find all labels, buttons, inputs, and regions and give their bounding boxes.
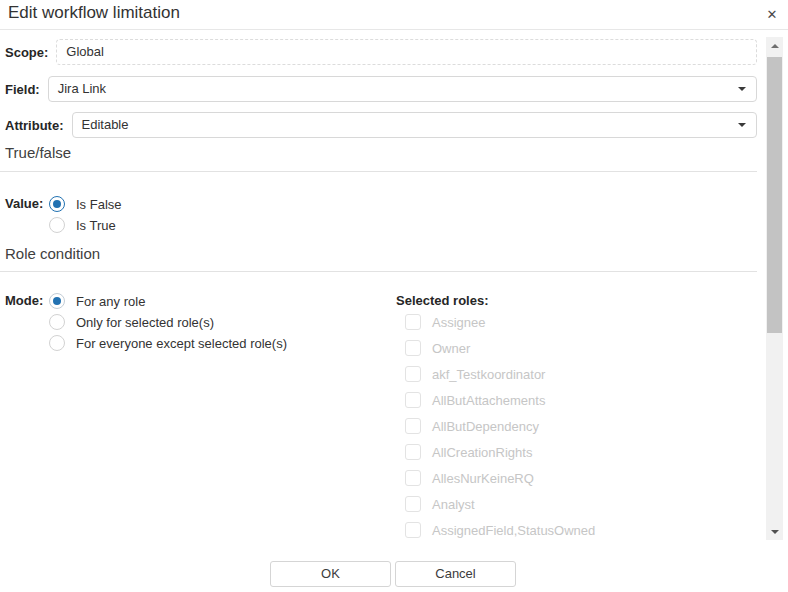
radio-icon[interactable] — [49, 293, 65, 309]
radio-option-only-selected-roles[interactable]: Only for selected role(s) — [49, 312, 287, 332]
role-item: Analyst — [405, 491, 595, 517]
field-value: Jira Link — [58, 81, 106, 96]
radio-option-label: For any role — [76, 294, 145, 309]
scroll-down-icon[interactable] — [766, 523, 783, 540]
role-item: Assignee — [405, 309, 595, 335]
role-item: akf_Testkoordinator — [405, 361, 595, 387]
role-item: AllButDependency — [405, 413, 595, 439]
role-label: AllesNurKeineRQ — [432, 471, 534, 486]
section-divider — [0, 171, 757, 172]
cancel-button[interactable]: Cancel — [395, 561, 516, 587]
header-divider — [0, 29, 788, 30]
role-checkbox[interactable] — [405, 340, 421, 356]
close-icon[interactable]: ✕ — [762, 5, 782, 25]
selected-roles-label: Selected roles: — [396, 293, 489, 308]
chevron-down-icon — [738, 123, 746, 127]
radio-icon[interactable] — [49, 196, 65, 212]
attribute-dropdown[interactable]: Editable — [72, 112, 758, 138]
scrollbar-thumb[interactable] — [767, 57, 782, 333]
role-item: AllCreationRights — [405, 439, 595, 465]
attribute-label: Attribute: — [5, 118, 64, 133]
radio-option-everyone-except-selected[interactable]: For everyone except selected role(s) — [49, 333, 287, 353]
role-label: akf_Testkoordinator — [432, 367, 545, 382]
role-checkbox[interactable] — [405, 418, 421, 434]
role-item: AllesNurKeineRQ — [405, 465, 595, 491]
edit-workflow-limitation-dialog: Edit workflow limitation ✕ Scope: Global… — [0, 0, 788, 592]
radio-icon[interactable] — [49, 335, 65, 351]
role-item: Owner — [405, 335, 595, 361]
role-label: AllButDependency — [432, 419, 539, 434]
field-dropdown[interactable]: Jira Link — [48, 76, 757, 102]
radio-option-for-any-role[interactable]: For any role — [49, 291, 287, 311]
truefalse-section-heading: True/false — [5, 144, 71, 161]
selected-roles-list: Assignee Owner akf_Testkoordinator AllBu… — [405, 309, 595, 543]
radio-option-label: Only for selected role(s) — [76, 315, 214, 330]
attribute-value: Editable — [82, 117, 129, 132]
role-label: Owner — [432, 341, 470, 356]
mode-radio-group: For any role Only for selected role(s) F… — [49, 291, 287, 354]
radio-option-label: Is False — [76, 197, 122, 212]
section-divider — [0, 271, 757, 272]
role-label: AllCreationRights — [432, 445, 532, 460]
radio-option-label: Is True — [76, 218, 116, 233]
radio-option-is-false[interactable]: Is False — [49, 194, 122, 214]
vertical-scrollbar[interactable] — [766, 37, 783, 540]
value-radio-group: Is False Is True — [49, 194, 122, 236]
role-item: AssignedField,StatusOwned — [405, 517, 595, 543]
role-label: Analyst — [432, 497, 475, 512]
field-row: Field: Jira Link — [5, 76, 757, 102]
role-checkbox[interactable] — [405, 496, 421, 512]
role-checkbox[interactable] — [405, 392, 421, 408]
role-label: AllButAttachements — [432, 393, 545, 408]
page-title: Edit workflow limitation — [8, 3, 180, 23]
role-item: AllButAttachements — [405, 387, 595, 413]
role-checkbox[interactable] — [405, 522, 421, 538]
radio-option-label: For everyone except selected role(s) — [76, 336, 287, 351]
role-section-heading: Role condition — [5, 245, 100, 262]
radio-icon[interactable] — [49, 217, 65, 233]
ok-button[interactable]: OK — [270, 561, 391, 587]
radio-icon[interactable] — [49, 314, 65, 330]
role-checkbox[interactable] — [405, 366, 421, 382]
scope-value: Global — [66, 44, 104, 59]
scope-field: Global — [56, 39, 757, 65]
role-checkbox[interactable] — [405, 470, 421, 486]
field-label: Field: — [5, 82, 40, 97]
role-checkbox[interactable] — [405, 444, 421, 460]
scope-label: Scope: — [5, 45, 48, 60]
chevron-down-icon — [738, 87, 746, 91]
attribute-row: Attribute: Editable — [5, 112, 757, 138]
mode-label: Mode: — [5, 293, 43, 308]
role-label: AssignedField,StatusOwned — [432, 523, 595, 538]
value-label: Value: — [5, 196, 43, 211]
scroll-up-icon[interactable] — [766, 37, 783, 54]
role-label: Assignee — [432, 315, 485, 330]
radio-option-is-true[interactable]: Is True — [49, 215, 122, 235]
scope-row: Scope: Global — [5, 39, 757, 65]
role-checkbox[interactable] — [405, 314, 421, 330]
